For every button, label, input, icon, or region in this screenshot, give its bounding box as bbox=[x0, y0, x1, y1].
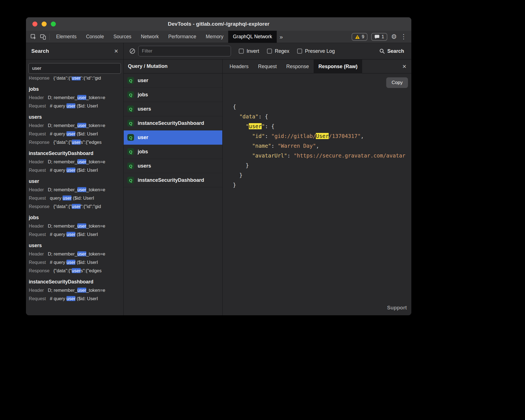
kebab-menu-icon[interactable]: ⋮ bbox=[400, 34, 407, 40]
search-result-field-label: Header bbox=[29, 187, 44, 192]
filter-input[interactable] bbox=[138, 46, 231, 56]
devtools-tab-network[interactable]: Network bbox=[136, 31, 163, 43]
block-requests-icon[interactable] bbox=[129, 48, 135, 54]
search-result-group-title[interactable]: jobs bbox=[29, 213, 121, 222]
network-search-label: Search bbox=[387, 48, 404, 54]
search-result-text: D; remember_user_token=e bbox=[48, 187, 105, 192]
network-search-button[interactable]: Search bbox=[379, 48, 406, 54]
minimize-window-button[interactable] bbox=[42, 22, 47, 27]
devtools-toolbar: ElementsConsoleSourcesNetworkPerformance… bbox=[26, 31, 411, 43]
search-input[interactable] bbox=[28, 63, 121, 74]
search-result-text: D; remember_user_token=e bbox=[48, 223, 105, 228]
detail-tab-response-raw[interactable]: Response (Raw) bbox=[314, 59, 362, 73]
search-result-field-label: Request bbox=[29, 168, 46, 173]
search-result-row[interactable]: Response{"data":{"users":{"edges bbox=[29, 266, 121, 275]
query-label: instanceSecurityDashboard bbox=[138, 120, 204, 126]
more-tabs-icon[interactable]: » bbox=[277, 31, 286, 43]
search-result-group-title[interactable]: users bbox=[29, 241, 121, 250]
search-result-group-title[interactable]: users bbox=[29, 113, 121, 121]
devtools-tab-elements[interactable]: Elements bbox=[51, 31, 81, 43]
json-line: "id": "gid://gitlab/User/13704317", bbox=[233, 131, 411, 141]
settings-gear-icon[interactable]: ⚙ bbox=[391, 34, 397, 40]
detail-tabs-bar: HeadersRequestResponseResponse (Raw) × bbox=[223, 59, 411, 73]
query-type-icon: Q bbox=[127, 91, 134, 98]
search-result-text: # query user ($id: UserI bbox=[50, 168, 98, 173]
devtools-tab-memory[interactable]: Memory bbox=[201, 31, 228, 43]
checkbox-box-regex[interactable] bbox=[267, 49, 272, 54]
search-result-row[interactable]: Request# query user ($id: UserI bbox=[29, 294, 121, 303]
search-result-text: D; remember_user_token=e bbox=[48, 251, 105, 256]
query-type-icon: Q bbox=[127, 134, 134, 141]
checkbox-invert[interactable]: Invert bbox=[239, 48, 259, 54]
search-result-row[interactable]: Request# query user ($id: UserI bbox=[29, 102, 121, 110]
close-detail-panel-icon[interactable]: × bbox=[397, 59, 411, 73]
window-title: DevTools - gitlab.com/-/graphql-explorer bbox=[168, 21, 269, 27]
json-line: "name": "Warren Day", bbox=[233, 141, 411, 151]
search-result-row[interactable]: Response{"data":{"users":{"edges bbox=[29, 138, 121, 146]
query-label: jobs bbox=[138, 92, 148, 98]
filter-checkboxes: InvertRegexPreserve Log bbox=[239, 48, 335, 54]
support-link[interactable]: Support bbox=[387, 303, 407, 312]
search-result-field-label: Request bbox=[29, 103, 46, 108]
search-result-row[interactable]: HeaderD; remember_user_token=e bbox=[29, 286, 121, 294]
query-list-item[interactable]: Qjobs bbox=[124, 88, 222, 102]
query-panel: Query / Mutation QuserQjobsQusersQinstan… bbox=[124, 59, 223, 315]
search-result-row[interactable]: HeaderD; remember_user_token=e bbox=[29, 93, 121, 102]
search-result-row[interactable]: Request# query user ($id: UserI bbox=[29, 166, 121, 174]
detail-tab-response[interactable]: Response bbox=[281, 59, 314, 73]
search-result-group-title[interactable]: instanceSecurityDashboard bbox=[29, 278, 121, 286]
query-list-item[interactable]: QinstanceSecurityDashboard bbox=[124, 116, 222, 130]
inspect-element-icon[interactable] bbox=[29, 31, 38, 43]
checkbox-preserve-log[interactable]: Preserve Log bbox=[297, 48, 335, 54]
query-type-icon: Q bbox=[127, 106, 134, 112]
close-search-panel-icon[interactable]: × bbox=[114, 48, 118, 54]
search-result-row[interactable]: Requestquery user ($id: UserI bbox=[29, 194, 121, 202]
search-result-row[interactable]: HeaderD; remember_user_token=e bbox=[29, 157, 121, 166]
devtools-tab-performance[interactable]: Performance bbox=[164, 31, 201, 43]
checkbox-box-preserve-log[interactable] bbox=[297, 49, 302, 54]
search-result-row[interactable]: HeaderD; remember_user_token=e bbox=[29, 250, 121, 258]
device-toolbar-icon[interactable] bbox=[38, 31, 48, 43]
warnings-badge[interactable]: 9 bbox=[352, 33, 368, 41]
checkbox-box-invert[interactable] bbox=[239, 49, 244, 54]
zoom-window-button[interactable] bbox=[51, 22, 56, 27]
query-list-item[interactable]: Qjobs bbox=[124, 145, 222, 159]
search-result-text: {"data":{"users":{"edges bbox=[53, 268, 101, 273]
query-label: users bbox=[138, 106, 151, 112]
search-result-group-title[interactable]: user bbox=[29, 177, 121, 185]
search-result-row-clipped[interactable]: Response{"data":{"user":{"id":"gid bbox=[29, 77, 121, 82]
search-result-row[interactable]: Request# query user ($id: UserI bbox=[29, 258, 121, 266]
search-result-row[interactable]: Response{"data":{"user":{"id":"gid bbox=[29, 77, 121, 82]
query-list-item[interactable]: Qusers bbox=[124, 102, 222, 116]
window-titlebar: DevTools - gitlab.com/-/graphql-explorer bbox=[26, 17, 411, 31]
query-type-icon: Q bbox=[127, 148, 134, 155]
panel-tabs: ElementsConsoleSourcesNetworkPerformance… bbox=[51, 31, 277, 43]
close-window-button[interactable] bbox=[32, 22, 37, 27]
search-result-group-title[interactable]: instanceSecurityDashboard bbox=[29, 149, 121, 157]
search-result-row[interactable]: HeaderD; remember_user_token=e bbox=[29, 121, 121, 130]
warning-count: 9 bbox=[362, 34, 364, 39]
query-label: user bbox=[138, 135, 148, 140]
query-label: users bbox=[138, 163, 151, 169]
search-result-row[interactable]: Response{"data":{"user":{"id":"gid bbox=[29, 202, 121, 211]
query-list-item[interactable]: Qusers bbox=[124, 159, 222, 173]
devtools-tab-graphql-network[interactable]: GraphQL Network bbox=[228, 31, 277, 43]
query-type-icon: Q bbox=[127, 163, 134, 169]
detail-tab-headers[interactable]: Headers bbox=[225, 59, 253, 73]
search-result-row[interactable]: Request# query user ($id: UserI bbox=[29, 130, 121, 138]
detail-tab-request[interactable]: Request bbox=[253, 59, 281, 73]
checkbox-regex[interactable]: Regex bbox=[267, 48, 289, 54]
devtools-tab-console[interactable]: Console bbox=[81, 31, 109, 43]
search-result-row[interactable]: HeaderD; remember_user_token=e bbox=[29, 222, 121, 230]
query-list-item[interactable]: Quser bbox=[124, 130, 222, 145]
search-result-row[interactable]: HeaderD; remember_user_token=e bbox=[29, 185, 121, 194]
search-result-field-label: Header bbox=[29, 288, 44, 293]
search-result-row[interactable]: Request# query user ($id: UserI bbox=[29, 230, 121, 238]
search-result-text: query user ($id: UserI bbox=[50, 195, 94, 201]
issues-badge[interactable]: 1 bbox=[371, 33, 387, 41]
search-result-group-title[interactable]: jobs bbox=[29, 85, 121, 93]
copy-button[interactable]: Copy bbox=[386, 77, 408, 88]
query-list-item[interactable]: Quser bbox=[124, 73, 222, 88]
query-list-item[interactable]: QinstanceSecurityDashboard bbox=[124, 173, 222, 187]
devtools-tab-sources[interactable]: Sources bbox=[109, 31, 136, 43]
